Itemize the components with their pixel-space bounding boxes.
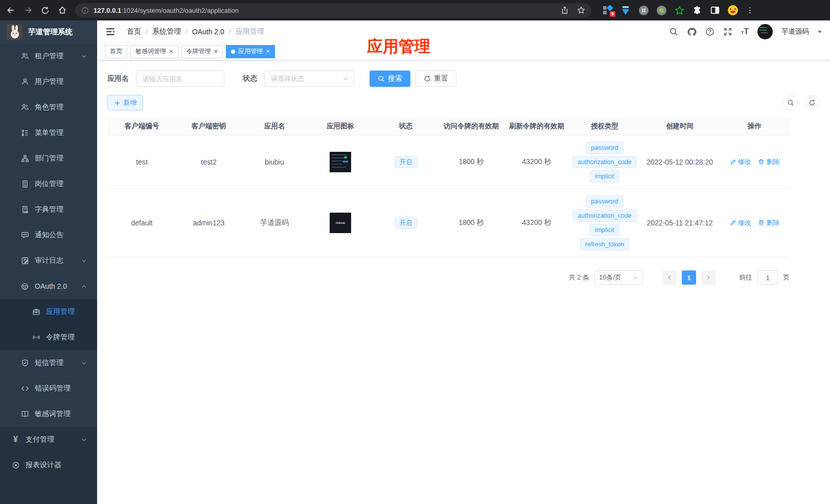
tab-home[interactable]: 首页 <box>105 45 127 58</box>
app-title: 芋道管理系统 <box>28 27 73 37</box>
grant-type-tag: implicit <box>590 224 619 236</box>
current-page-button[interactable]: 1 <box>682 270 696 285</box>
code-icon <box>20 384 29 393</box>
tab-sensitive-word[interactable]: 敏感词管理× <box>130 45 178 58</box>
grant-type-tag: authorization_code <box>572 156 637 168</box>
fullscreen-icon[interactable] <box>723 27 732 36</box>
prev-page-button[interactable] <box>662 270 677 285</box>
app-name-input[interactable] <box>136 71 224 87</box>
edit-button[interactable]: 修改 <box>730 157 751 167</box>
col-client-secret: 客户端密钥 <box>176 118 241 135</box>
grant-type-tag: refresh_token <box>580 238 629 250</box>
page-content: 应用名 状态 请选择状态 搜索 重置 <box>97 60 830 292</box>
plus-icon <box>114 100 121 106</box>
sidebar-item-oauth-application[interactable]: 应用管理 <box>0 299 97 325</box>
share-icon[interactable] <box>561 6 569 14</box>
grant-type-tag: authorization_code <box>572 210 637 222</box>
grant-type-tag: password <box>586 142 624 154</box>
tab-token-mgmt[interactable]: 令牌管理× <box>181 45 223 58</box>
grant-type-tag: implicit <box>590 170 619 182</box>
extension-puzzle-icon[interactable] <box>692 5 702 15</box>
github-icon[interactable] <box>687 27 697 37</box>
cell-created-at: 2022-05-11 21:47:12 <box>640 189 720 257</box>
breadcrumb-home[interactable]: 首页 <box>127 27 141 36</box>
search-button[interactable]: 搜索 <box>370 71 410 87</box>
chevron-down-icon <box>81 437 87 443</box>
close-icon[interactable]: × <box>266 48 270 55</box>
extension-record-icon[interactable] <box>656 5 666 15</box>
sidebar-item-sms[interactable]: 短信管理 <box>0 350 97 376</box>
yen-icon: ¥ <box>11 435 20 444</box>
user-menu-caret-icon[interactable] <box>818 31 822 33</box>
robot-icon <box>20 282 29 291</box>
status-badge: 开启 <box>395 217 418 229</box>
back-icon[interactable] <box>6 6 15 15</box>
sidebar-item-dept[interactable]: 部门管理 <box>0 146 97 171</box>
sidebar-item-role[interactable]: 角色管理 <box>0 95 97 120</box>
sidebar-item-dict[interactable]: 字典管理 <box>0 197 97 222</box>
sidebar-item-post[interactable]: 岗位管理 <box>0 171 97 197</box>
add-button[interactable]: 新增 <box>107 95 143 110</box>
tab-application-mgmt[interactable]: 应用管理× <box>226 45 275 58</box>
logo-rabbit-image <box>7 24 22 40</box>
help-icon[interactable] <box>705 27 714 36</box>
address-bar[interactable]: 127.0.0.1:1024/system/oauth2/oauth2/appl… <box>75 3 591 17</box>
sidebar-item-menu-mgmt[interactable]: 菜单管理 <box>0 120 97 146</box>
bookmark-star-icon[interactable] <box>577 6 585 14</box>
refresh-icon <box>424 75 431 82</box>
breadcrumb-system[interactable]: 系统管理 <box>152 27 181 36</box>
sidebar-item-report-designer[interactable]: 报表设计器 <box>0 452 97 478</box>
close-icon[interactable]: × <box>169 48 173 55</box>
col-client-id: 客户端编号 <box>107 118 176 135</box>
goto-page-input[interactable] <box>757 270 778 285</box>
forward-icon[interactable] <box>24 6 33 15</box>
user-name[interactable]: 芋道源码 <box>781 27 809 36</box>
app-logo[interactable]: 芋道管理系统 <box>0 20 97 43</box>
red-annotation-title: 应用管理 <box>367 36 430 57</box>
cell-access-ttl: 1800 秒 <box>439 135 504 189</box>
site-info-icon[interactable] <box>81 7 89 14</box>
sidebar-item-tenant[interactable]: 租户管理 <box>0 43 97 69</box>
trash-icon <box>758 219 765 226</box>
home-icon[interactable] <box>58 6 67 15</box>
col-refresh-ttl: 刷新令牌的有效期 <box>504 118 569 135</box>
next-page-button[interactable] <box>701 270 716 285</box>
status-badge: 开启 <box>395 156 418 168</box>
extension-split-view-icon[interactable] <box>710 5 720 15</box>
status-select[interactable]: 请选择状态 <box>264 71 354 87</box>
reload-icon[interactable] <box>41 6 50 15</box>
sidebar-item-notice[interactable]: 通知公告 <box>0 222 97 248</box>
sidebar-item-oauth-token[interactable]: 令牌管理 <box>0 325 97 350</box>
delete-button[interactable]: 删除 <box>758 157 779 167</box>
sidebar-item-sensitive-word[interactable]: 敏感词管理 <box>0 401 97 427</box>
extension-star-icon[interactable] <box>674 5 684 15</box>
extension-emoji-icon[interactable] <box>728 5 738 15</box>
delete-button[interactable]: 删除 <box>758 218 779 227</box>
sidebar-item-error-code[interactable]: 错误码管理 <box>0 376 97 401</box>
page-size-select[interactable]: 10条/页 <box>594 270 643 285</box>
extension-badge: 9 <box>610 11 615 17</box>
extension-grid-icon[interactable]: 9 <box>603 5 613 15</box>
extension-command-icon[interactable] <box>638 5 649 15</box>
close-icon[interactable]: × <box>214 48 218 55</box>
reset-button[interactable]: 重置 <box>416 71 456 87</box>
edit-button[interactable]: 修改 <box>730 218 751 227</box>
font-size-icon[interactable]: тT <box>741 28 749 36</box>
breadcrumb-current: 应用管理 <box>236 27 264 36</box>
refresh-table-button[interactable] <box>804 95 820 110</box>
tags-view-bar: 首页 敏感词管理× 令牌管理× 应用管理× <box>97 43 830 60</box>
total-count: 共 2 条 <box>569 273 589 282</box>
breadcrumb-oauth[interactable]: OAuth 2.0 <box>192 28 224 36</box>
sidebar-item-user[interactable]: 用户管理 <box>0 69 97 95</box>
users-icon <box>20 103 29 111</box>
browser-menu-icon[interactable]: ⋮ <box>746 6 754 15</box>
trash-icon <box>758 158 765 165</box>
sidebar-item-oauth[interactable]: OAuth 2.0 <box>0 273 97 299</box>
sidebar-item-audit-log[interactable]: 审计日志 <box>0 248 97 273</box>
extension-gem-icon[interactable] <box>620 5 631 15</box>
user-avatar[interactable] <box>757 24 773 39</box>
sidebar-item-payment[interactable]: ¥ 支付管理 <box>0 427 97 452</box>
toggle-search-button[interactable] <box>783 95 798 110</box>
sidebar-collapse-icon[interactable] <box>105 27 116 37</box>
search-icon[interactable] <box>669 27 678 36</box>
